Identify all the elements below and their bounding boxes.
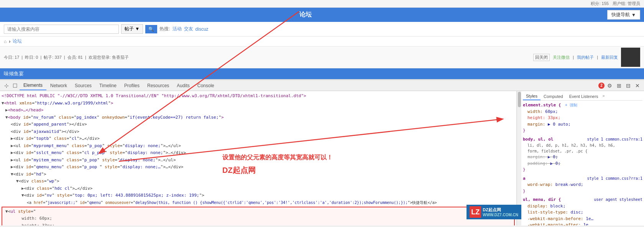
sep5: | xyxy=(573,55,574,60)
dz-logo: LZ xyxy=(470,206,481,218)
welcome-stat: 欢迎您登录: 鱼香茄子 xyxy=(89,55,129,60)
hot-label: 热搜: xyxy=(159,26,170,32)
search-input[interactable] xyxy=(4,25,119,34)
follow-wechat-link[interactable]: 关注微信 xyxy=(553,55,570,60)
stats-bar: 今日: 17 | 昨日: 0 | 帖子: 337 | 会员: 81 | 欢迎您登… xyxy=(0,46,644,68)
dom-line-html: ▼<html xmlns="http://www.w3.org/1999/xht… xyxy=(0,100,516,107)
sep2: | xyxy=(40,55,41,60)
search-type-button[interactable]: 帖子 ▼ xyxy=(121,24,143,34)
rule2-extra: li, dl, dd, p, h1, h2, h3, h4, h5, h6, xyxy=(523,142,642,148)
undock-button[interactable]: ⊟ xyxy=(624,82,632,89)
my-posts-link[interactable]: 我的帖子 xyxy=(577,55,594,60)
annotation-cn-text: 设置他的父元素的高度等其宽高就可以！ xyxy=(222,154,333,162)
rule1-prop-margin: margin: ▶ 0 auto; xyxy=(523,122,571,127)
rule3-prop-wordwrap: word-wrap: break-word; xyxy=(523,182,583,187)
tab-elements[interactable]: Elements xyxy=(20,81,46,90)
rule1-add-button[interactable]: + 强制 xyxy=(565,103,577,107)
dom-line-3[interactable]: ▶<div id="toptb" class="cl">…</div> xyxy=(0,135,516,142)
quick-nav-button[interactable]: 快捷导航 ▼ xyxy=(607,10,640,20)
tab-event-listeners[interactable]: Event Listeners xyxy=(566,93,601,100)
tab-resources[interactable]: Resources xyxy=(143,81,173,90)
dropdown-arrow-icon: ▼ xyxy=(631,12,636,18)
sep1: | xyxy=(21,55,23,60)
posts-stat: 帖子: 337 xyxy=(44,55,61,60)
search-icon: 🔍 xyxy=(148,27,154,32)
close-button[interactable]: 回关闭 xyxy=(533,54,550,61)
tab-styles[interactable]: Styles xyxy=(523,93,540,100)
mobile-emulation-button[interactable]: ☐ xyxy=(11,82,20,89)
dock-button[interactable]: ⊞ xyxy=(615,82,623,89)
dom-line-hdc[interactable]: ▶<div class="hdc cl">…</div> xyxy=(0,185,516,192)
tab-audits[interactable]: Audits xyxy=(173,81,193,90)
dz-line1: DZ起点网 xyxy=(483,207,518,213)
scroll-thumb[interactable] xyxy=(518,92,521,107)
tab-profiles[interactable]: Profiles xyxy=(120,81,143,90)
members-stat: 会员: 81 xyxy=(67,55,83,60)
dom-line-body[interactable]: ▼<body id="nv_forum" class="pg_index" on… xyxy=(0,114,516,121)
close-devtools-button[interactable]: ✕ xyxy=(633,82,642,89)
search-go-button[interactable]: 🔍 xyxy=(145,25,157,33)
sep4: | xyxy=(85,55,86,60)
rule4-list-style: list-style-type: disc; xyxy=(523,210,583,215)
inspect-element-button[interactable]: ⊹ xyxy=(2,82,11,89)
dom-line-nv[interactable]: ▼<div id="nv" style="top: 0px; left: 443… xyxy=(0,192,516,199)
dom-line-wp[interactable]: ▼<div class="wp"> xyxy=(0,178,516,185)
rule4-selector: ul, menu, dir { xyxy=(523,197,561,202)
rule4-webkit-ma: -webkit-margin-after: 1e… xyxy=(523,222,591,225)
rule1-selector: element.style { xyxy=(523,103,561,108)
style-rule-body: body, ul, ol style 1 common.css?rra:1 li… xyxy=(523,136,642,173)
tab-computed[interactable]: Computed xyxy=(540,93,566,100)
dom-line-2: <div id="ajaxwaitid"></div> xyxy=(0,128,516,136)
dom-line-a-qmenu[interactable]: <a href="javascript:;" id="qmenu" onmous… xyxy=(0,199,516,206)
dom-line-head[interactable]: ▶<head>…</head> xyxy=(0,107,516,114)
styles-tabs: Styles Computed Event Listeners » xyxy=(523,93,642,101)
tab-network[interactable]: Network xyxy=(46,81,71,90)
search-bar: 帖子 ▼ 🔍 热搜: 活动 交友 discuz xyxy=(0,22,644,36)
rule2-prop-padding: padding: ▶ 0; xyxy=(523,161,560,166)
tab-sources[interactable]: Sources xyxy=(71,81,95,90)
home-icon[interactable]: ⌂ xyxy=(4,39,7,44)
dom-line-1: <div id="append_parent"></div> xyxy=(0,121,516,128)
dom-line-doctype: <!DOCTYPE html PUBLIC "-//W3C//DTD XHTML… xyxy=(0,93,516,100)
styles-panel: Styles Computed Event Listeners » elemen… xyxy=(521,91,644,225)
settings-button[interactable]: ⚙ xyxy=(605,82,614,89)
error-badge: 2 xyxy=(598,83,605,89)
dz-watermark-box: LZ DZ起点网 WWW.DZ7.COM.CN xyxy=(467,205,521,219)
rule1-prop-height: height: 33px; xyxy=(523,115,560,120)
dom-line-hd[interactable]: ▼<div id="hd"> xyxy=(0,171,516,178)
hot-tag-friends[interactable]: 交友 xyxy=(184,26,193,32)
hot-tags: 热搜: 活动 交友 discuz xyxy=(159,26,208,32)
rule3-selector: a xyxy=(523,176,526,181)
dropdown-icon: ▼ xyxy=(135,26,140,31)
forum-header: 论坛 快捷导航 ▼ xyxy=(0,8,644,22)
styles-chevron[interactable]: » xyxy=(601,93,606,100)
breadcrumb-forum[interactable]: 论坛 xyxy=(13,38,22,45)
stats-right: 回关闭 关注微信 | 我的帖子 | 最新回复 xyxy=(533,48,640,67)
style-rule-a: a style 1 common.css?rra:1 word-wrap: br… xyxy=(523,176,642,195)
dom-line-4[interactable]: ▶<ul id="myprompt_menu" class="p_pop" st… xyxy=(0,142,516,150)
stats-left: 今日: 17 | 昨日: 0 | 帖子: 337 | 会员: 81 | 欢迎您登… xyxy=(4,55,129,60)
tab-timeline[interactable]: Timeline xyxy=(95,81,120,90)
dom-line-ul-width: width: 60px; xyxy=(4,215,513,222)
styles-content: Styles Computed Event Listeners » elemen… xyxy=(521,91,644,225)
tab-console[interactable]: Console xyxy=(194,81,218,90)
rule1-prop-width: width: 60px; xyxy=(523,109,558,114)
hot-tag-discuz[interactable]: discuz xyxy=(196,27,209,32)
score-label: 积分: 155 xyxy=(591,1,608,7)
nav-item-weiqi[interactable]: 味倾鱼宴 xyxy=(4,70,24,77)
hot-tag-activity[interactable]: 活动 xyxy=(172,26,182,32)
dom-line-7[interactable]: ▶<div id="qmenu_menu" class="p_pop " sty… xyxy=(0,164,516,171)
rule4-source: user agent stylesheet xyxy=(594,197,642,202)
dom-line-ul[interactable]: ▼<ul style=" xyxy=(4,208,513,215)
search-type-label: 帖子 xyxy=(125,26,134,31)
rule4-display: display: block; xyxy=(523,204,565,209)
sep3: | xyxy=(64,55,65,60)
latest-reply-link[interactable]: 最新回复 xyxy=(601,55,618,60)
dz-watermark: LZ DZ起点网 WWW.DZ7.COM.CN xyxy=(467,205,521,219)
rule3-source: style 1 common.css?rra:1 xyxy=(587,176,643,181)
dz-text: DZ起点网 WWW.DZ7.COM.CN xyxy=(483,207,518,217)
usergroup-label: 用户组: 管理员 xyxy=(613,1,640,7)
forum-nav-bar: 味倾鱼宴 xyxy=(0,68,644,79)
devtools-panel: ⊹ ☐ Elements Network Sources Timeline Pr… xyxy=(0,80,644,225)
rule2-prop-margin: margin: ▶ 0; xyxy=(523,154,558,159)
